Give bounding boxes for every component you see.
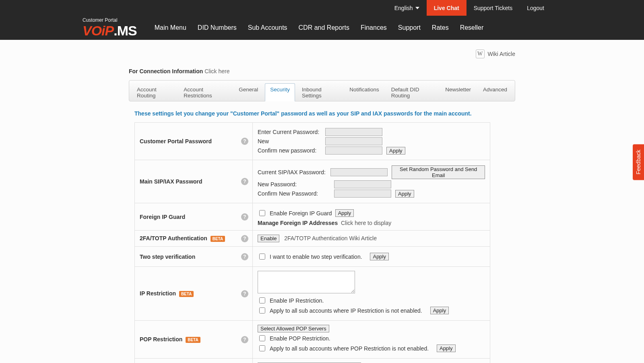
label-pop-restriction: POP Restriction <box>140 336 182 342</box>
page-content: W Wiki Article For Connection Informatio… <box>129 40 515 363</box>
input-current-sip-password[interactable] <box>330 168 388 176</box>
language-label: English <box>394 5 413 11</box>
logo-text-ms: .MS <box>114 23 136 39</box>
input-current-password[interactable] <box>325 128 382 136</box>
nav-cdr-reports[interactable]: CDR and Reports <box>293 24 355 31</box>
apply-pop-restriction-button[interactable]: Apply <box>437 344 456 352</box>
beta-badge: BETA <box>179 291 194 297</box>
checkbox-apply-sub-ip[interactable] <box>259 307 265 314</box>
input-new-password[interactable] <box>325 137 382 145</box>
label-foreign-ip-guard: Foreign IP Guard <box>140 214 185 220</box>
tab-default-did-routing[interactable]: Default DID Routing <box>386 83 438 101</box>
row-portal-password: Customer Portal Password ? Enter Current… <box>135 123 490 160</box>
logo-text-voip: VOiP <box>83 23 114 39</box>
help-icon[interactable]: ? <box>241 178 248 185</box>
row-pop-restriction: POP Restriction BETA ? Select Allowed PO… <box>135 321 490 359</box>
logo-subtitle: Customer Portal <box>83 17 137 23</box>
input-confirm-new-sip-password[interactable] <box>334 190 391 198</box>
label-confirm-new-password: Confirm new password: <box>258 147 321 154</box>
label-2fa: 2FA/TOTP Authentication <box>140 235 207 241</box>
label-ip-restriction: IP Restriction <box>140 290 176 297</box>
beta-badge: BETA <box>211 236 225 242</box>
checkbox-apply-sub-pop[interactable] <box>259 345 265 351</box>
apply-sip-password-button[interactable]: Apply <box>395 190 414 198</box>
help-icon[interactable]: ? <box>241 253 248 260</box>
label-new-sip-password: New Password: <box>258 181 330 188</box>
label-apply-sub-pop: Apply to all sub accounts where POP Rest… <box>270 345 429 352</box>
live-chat-button[interactable]: Live Chat <box>427 0 466 16</box>
logo[interactable]: Customer Portal VOiP .MS <box>83 17 137 39</box>
set-random-password-button[interactable]: Set Random Password and Send Email <box>392 165 485 179</box>
connection-info: For Connection Information Click here <box>129 66 515 80</box>
feedback-button[interactable]: Feedback <box>633 144 644 180</box>
nav-support[interactable]: Support <box>392 24 426 31</box>
row-sip-password: Main SIP/IAX Password ? Current SIP/IAX … <box>135 160 490 203</box>
nav-main-menu[interactable]: Main Menu <box>149 24 192 31</box>
settings-tabs: Account Routing Account Restrictions Gen… <box>129 80 515 101</box>
tab-description: These settings let you change your "Cust… <box>129 101 515 122</box>
wiki-article-link[interactable]: Wiki Article <box>488 51 515 57</box>
security-settings-table: Customer Portal Password ? Enter Current… <box>134 122 490 363</box>
input-confirm-new-password[interactable] <box>325 146 382 155</box>
help-icon[interactable]: ? <box>241 336 248 343</box>
label-enable-two-step: I want to enable two step verification. <box>270 254 362 260</box>
label-current-sip-password: Current SIP/IAX Password: <box>258 169 326 175</box>
apply-foreign-ip-button[interactable]: Apply <box>335 209 354 217</box>
language-selector[interactable]: English <box>387 0 427 16</box>
checkbox-enable-foreign-ip[interactable] <box>259 210 265 216</box>
label-enter-current-password: Enter Current Password: <box>258 129 321 135</box>
tab-security[interactable]: Security <box>265 83 295 101</box>
chevron-down-icon <box>415 7 419 9</box>
checkbox-enable-ip-restriction[interactable] <box>259 297 265 303</box>
utility-bar: English Live Chat Support Tickets Logout <box>0 0 644 16</box>
nav-did-numbers[interactable]: DID Numbers <box>192 24 242 31</box>
apply-portal-password-button[interactable]: Apply <box>386 147 405 155</box>
connection-info-label: For Connection Information <box>129 68 203 74</box>
row-2fa: 2FA/TOTP Authentication BETA ? Enable 2F… <box>135 231 490 247</box>
tab-newsletter[interactable]: Newsletter <box>440 83 476 101</box>
label-sip-password: Main SIP/IAX Password <box>140 178 202 185</box>
label-apply-sub-ip: Apply to all sub accounts where IP Restr… <box>270 307 422 314</box>
main-nav: Main Menu DID Numbers Sub Accounts CDR a… <box>149 24 489 31</box>
enable-2fa-button[interactable]: Enable <box>258 235 279 242</box>
help-icon[interactable]: ? <box>241 290 248 297</box>
textarea-ip-restriction[interactable] <box>258 271 355 293</box>
support-tickets-link[interactable]: Support Tickets <box>466 0 520 16</box>
label-new: New <box>258 138 321 144</box>
row-two-step: Two step verification ? I want to enable… <box>135 247 490 267</box>
label-enable-ip-restriction: Enable IP Restriction. <box>270 297 324 304</box>
logout-link[interactable]: Logout <box>520 0 551 16</box>
tab-general[interactable]: General <box>233 83 263 101</box>
connection-info-link[interactable]: Click here <box>204 68 229 74</box>
nav-finances[interactable]: Finances <box>355 24 392 31</box>
wiki-icon[interactable]: W <box>476 50 485 58</box>
help-icon[interactable]: ? <box>241 138 248 145</box>
tab-account-routing[interactable]: Account Routing <box>132 83 177 101</box>
help-icon[interactable]: ? <box>241 235 248 242</box>
label-confirm-new-sip-password: Confirm New Password: <box>258 190 330 197</box>
apply-ip-restriction-button[interactable]: Apply <box>430 307 449 314</box>
nav-reseller[interactable]: Reseller <box>454 24 489 31</box>
link-click-to-display[interactable]: Click here to display <box>341 220 391 226</box>
checkbox-enable-pop-restriction[interactable] <box>259 335 265 341</box>
row-reset-security-code: Reset security code ? Ask again for secu… <box>135 359 490 363</box>
apply-two-step-button[interactable]: Apply <box>370 253 389 260</box>
row-ip-restriction: IP Restriction BETA ? Enable IP Restrict… <box>135 267 490 321</box>
help-icon[interactable]: ? <box>241 213 248 221</box>
label-manage-foreign-ip: Manage Foreign IP Addresses <box>258 220 338 226</box>
wiki-article-row: W Wiki Article <box>129 47 515 66</box>
label-enable-foreign-ip: Enable Foreign IP Guard <box>270 210 332 217</box>
beta-badge: BETA <box>186 337 200 343</box>
row-foreign-ip-guard: Foreign IP Guard ? Enable Foreign IP Gua… <box>135 203 490 231</box>
nav-sub-accounts[interactable]: Sub Accounts <box>242 24 293 31</box>
tab-advanced[interactable]: Advanced <box>478 83 512 101</box>
tab-notifications[interactable]: Notifications <box>344 83 384 101</box>
label-portal-password: Customer Portal Password <box>140 138 212 144</box>
link-2fa-wiki[interactable]: 2FA/TOTP Authentication Wiki Article <box>284 235 377 241</box>
tab-account-restrictions[interactable]: Account Restrictions <box>178 83 232 101</box>
tab-inbound-settings[interactable]: Inbound Settings <box>297 83 343 101</box>
select-pop-servers-button[interactable]: Select Allowed POP Servers <box>258 325 329 332</box>
input-new-sip-password[interactable] <box>334 180 391 188</box>
nav-rates[interactable]: Rates <box>426 24 454 31</box>
checkbox-two-step[interactable] <box>259 254 265 260</box>
